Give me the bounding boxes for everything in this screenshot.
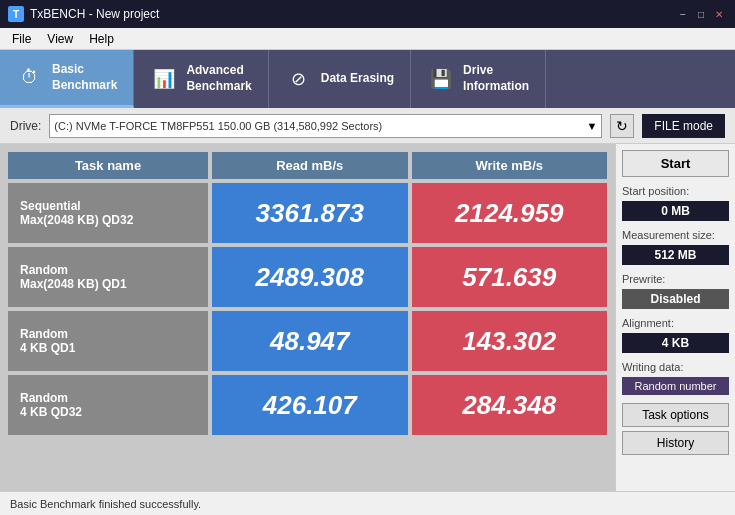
drive-label: Drive: [10, 119, 41, 133]
start-position-label: Start position: [622, 185, 729, 197]
read-random-4k-qd1: 48.947 [212, 311, 408, 371]
menu-bar: File View Help [0, 28, 735, 50]
right-panel: Start Start position: 0 MB Measurement s… [615, 144, 735, 491]
drive-bar: Drive: (C:) NVMe T-FORCE TM8FP551 150.00… [0, 108, 735, 144]
status-bar: Basic Benchmark finished successfully. [0, 491, 735, 515]
table-header: Task name Read mB/s Write mB/s [8, 152, 607, 179]
read-random-4k-qd32: 426.107 [212, 375, 408, 435]
col-header-write: Write mB/s [412, 152, 608, 179]
prewrite-label: Prewrite: [622, 273, 729, 285]
alignment-label: Alignment: [622, 317, 729, 329]
data-erasing-label: Data Erasing [321, 71, 394, 87]
toolbar-data-erasing[interactable]: ⊘ Data Erasing [269, 50, 411, 108]
basic-benchmark-icon: ⏱ [16, 64, 44, 92]
measurement-size-label: Measurement size: [622, 229, 729, 241]
file-mode-button[interactable]: FILE mode [642, 114, 725, 138]
task-options-button[interactable]: Task options [622, 403, 729, 427]
refresh-icon: ↻ [616, 118, 628, 134]
close-button[interactable]: ✕ [711, 6, 727, 22]
drive-select-arrow: ▼ [586, 120, 597, 132]
drive-select[interactable]: (C:) NVMe T-FORCE TM8FP551 150.00 GB (31… [49, 114, 602, 138]
measurement-size-value: 512 MB [622, 245, 729, 265]
toolbar-drive-information[interactable]: 💾 DriveInformation [411, 50, 546, 108]
history-button[interactable]: History [622, 431, 729, 455]
drive-information-icon: 💾 [427, 65, 455, 93]
start-position-value: 0 MB [622, 201, 729, 221]
col-header-read: Read mB/s [212, 152, 408, 179]
drive-information-label: DriveInformation [463, 63, 529, 94]
window-title: TxBENCH - New project [30, 7, 159, 21]
write-sequential: 2124.959 [412, 183, 608, 243]
advanced-benchmark-icon: 📊 [150, 65, 178, 93]
task-random-max: RandomMax(2048 KB) QD1 [8, 247, 208, 307]
title-bar: T TxBENCH - New project − □ ✕ [0, 0, 735, 28]
title-bar-left: T TxBENCH - New project [8, 6, 159, 22]
write-random-max: 571.639 [412, 247, 608, 307]
task-random-4k-qd1: Random4 KB QD1 [8, 311, 208, 371]
prewrite-value: Disabled [622, 289, 729, 309]
read-random-max: 2489.308 [212, 247, 408, 307]
toolbar-basic-benchmark[interactable]: ⏱ BasicBenchmark [0, 50, 134, 108]
alignment-value: 4 KB [622, 333, 729, 353]
write-random-4k-qd1: 143.302 [412, 311, 608, 371]
menu-view[interactable]: View [39, 30, 81, 48]
task-sequential: SequentialMax(2048 KB) QD32 [8, 183, 208, 243]
toolbar: ⏱ BasicBenchmark 📊 AdvancedBenchmark ⊘ D… [0, 50, 735, 108]
writing-data-label: Writing data: [622, 361, 729, 373]
status-message: Basic Benchmark finished successfully. [10, 498, 201, 510]
write-random-4k-qd32: 284.348 [412, 375, 608, 435]
writing-data-button[interactable]: Random number [622, 377, 729, 395]
menu-help[interactable]: Help [81, 30, 122, 48]
minimize-button[interactable]: − [675, 6, 691, 22]
bench-row-random-max: RandomMax(2048 KB) QD1 2489.308 571.639 [8, 247, 607, 307]
advanced-benchmark-label: AdvancedBenchmark [186, 63, 251, 94]
toolbar-advanced-benchmark[interactable]: 📊 AdvancedBenchmark [134, 50, 268, 108]
col-header-task: Task name [8, 152, 208, 179]
bench-row-random-4k-qd1: Random4 KB QD1 48.947 143.302 [8, 311, 607, 371]
maximize-button[interactable]: □ [693, 6, 709, 22]
benchmark-table-area: Task name Read mB/s Write mB/s Sequentia… [0, 144, 615, 491]
drive-refresh-button[interactable]: ↻ [610, 114, 634, 138]
main-content: Task name Read mB/s Write mB/s Sequentia… [0, 144, 735, 491]
basic-benchmark-label: BasicBenchmark [52, 62, 117, 93]
app-icon: T [8, 6, 24, 22]
bench-row-sequential: SequentialMax(2048 KB) QD32 3361.873 212… [8, 183, 607, 243]
data-erasing-icon: ⊘ [285, 65, 313, 93]
start-button[interactable]: Start [622, 150, 729, 177]
menu-file[interactable]: File [4, 30, 39, 48]
bench-row-random-4k-qd32: Random4 KB QD32 426.107 284.348 [8, 375, 607, 435]
read-sequential: 3361.873 [212, 183, 408, 243]
task-random-4k-qd32: Random4 KB QD32 [8, 375, 208, 435]
drive-select-value: (C:) NVMe T-FORCE TM8FP551 150.00 GB (31… [54, 120, 382, 132]
window-controls: − □ ✕ [675, 6, 727, 22]
